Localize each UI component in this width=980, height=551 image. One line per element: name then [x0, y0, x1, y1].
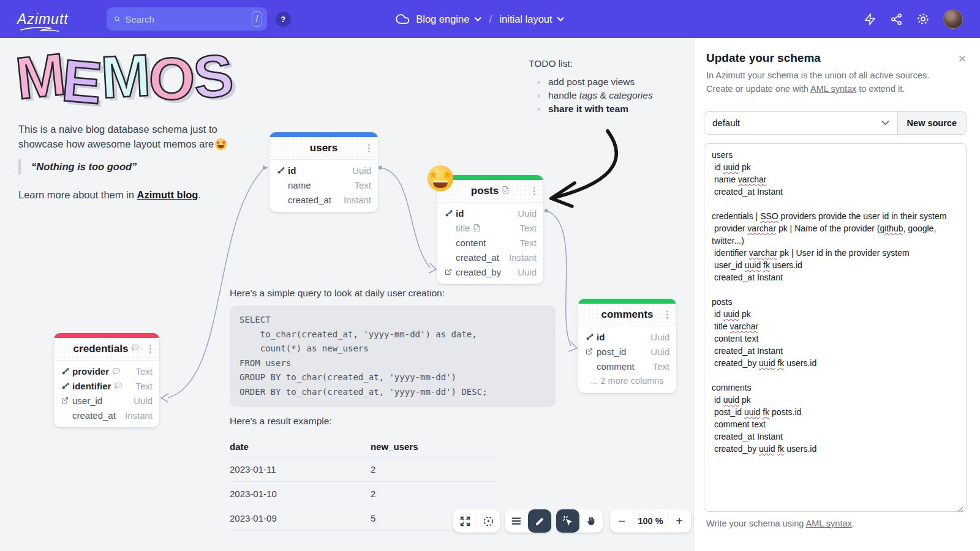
quick-actions-icon[interactable]	[864, 13, 876, 26]
intro-memo[interactable]: This is a naive blog database schema jus…	[18, 122, 252, 152]
logo-text: Azimutt	[17, 11, 69, 27]
column-type: Text	[135, 381, 153, 391]
column-row[interactable]: providerText	[54, 364, 159, 378]
select-mode-button[interactable]	[556, 509, 579, 533]
navbar: Azimutt / ? Blog engine / initial layout	[0, 0, 980, 38]
settings-gear-icon[interactable]	[916, 12, 930, 26]
query-memo[interactable]: Here's a simple query to look at daily u…	[230, 288, 560, 531]
column-name: provider	[72, 366, 109, 377]
fit-to-screen-button[interactable]	[453, 509, 477, 533]
table-accent-bar	[578, 299, 676, 304]
column-name: identifier	[72, 381, 111, 391]
aml-syntax-link[interactable]: AML syntax	[810, 84, 856, 94]
table-header[interactable]: posts⋮	[437, 180, 543, 203]
memo-title[interactable]: MEMOS	[16, 47, 233, 106]
chevron-down-icon	[474, 17, 481, 21]
zoom-level[interactable]: 100 %	[633, 509, 668, 533]
learn-more-memo[interactable]: Learn more about them in Azimutt blog.	[18, 189, 201, 201]
search-shortcut-key: /	[252, 11, 262, 27]
todo-item: add post page views	[548, 75, 653, 89]
table-name: credentials	[74, 343, 129, 355]
center-view-button[interactable]	[477, 509, 500, 533]
column-row[interactable]: identifierText	[54, 378, 159, 393]
column-row[interactable]: created_atInstant	[270, 192, 378, 207]
column-row[interactable]: contentText	[437, 235, 543, 250]
key-icon	[585, 333, 594, 341]
column-type: Instant	[125, 410, 153, 421]
memo-title-letter: M	[99, 45, 152, 107]
column-name: id	[288, 165, 296, 176]
column-name: name	[288, 180, 311, 190]
close-icon[interactable]: ✕	[958, 53, 967, 66]
zoom-out-button[interactable]: −	[610, 509, 633, 533]
table-card-credentials[interactable]: credentials⋮providerTextidentifierTextus…	[54, 333, 159, 427]
table-header[interactable]: users⋮	[270, 137, 378, 160]
bubble-icon	[114, 381, 123, 390]
table-card-comments[interactable]: comments⋮idUuidpost_idUuidcommentText...…	[578, 299, 676, 393]
column-type: Text	[135, 366, 153, 377]
column-type: Uuid	[518, 267, 537, 277]
column-row[interactable]: commentText	[578, 359, 676, 373]
table-menu-icon[interactable]: ⋮	[146, 343, 155, 354]
fk-icon	[61, 397, 69, 404]
column-type: Uuid	[650, 347, 669, 357]
result-row: 2023-01-102	[230, 482, 497, 506]
update-schema-panel: Update your schema ✕ In Azimutt your sch…	[693, 38, 980, 551]
table-card-posts[interactable]: posts⋮idUuidtitleTextcontentTextcreated_…	[437, 175, 543, 284]
column-row[interactable]: user_idUuid	[54, 393, 159, 408]
column-type: Text	[652, 361, 669, 372]
column-row[interactable]: titleText	[437, 220, 543, 235]
table-menu-icon[interactable]: ⋮	[530, 186, 539, 197]
help-icon[interactable]: ?	[276, 12, 291, 27]
memo-title-letter: S	[191, 45, 236, 107]
column-row[interactable]: created_byUuid	[437, 264, 543, 279]
column-row[interactable]: nameText	[270, 178, 378, 192]
table-name: posts	[471, 185, 499, 197]
hand-drawn-arrow	[551, 131, 616, 206]
star-struck-emoji[interactable]: ★★	[428, 165, 453, 191]
column-name: content	[456, 238, 486, 248]
diagram-canvas[interactable]: MEMOS This is a naive blog database sche…	[0, 38, 693, 551]
result-cell: 2	[371, 464, 375, 474]
new-source-button[interactable]: New source	[898, 111, 967, 135]
schema-editor[interactable]: users id uuid pk name varchar created_at…	[704, 143, 967, 512]
logo-swoosh-icon	[20, 26, 60, 32]
breadcrumb-separator: /	[489, 13, 492, 26]
column-type: Uuid	[650, 332, 669, 342]
azimutt-logo[interactable]: Azimutt	[17, 11, 69, 28]
search-bar[interactable]: /	[107, 7, 267, 31]
key-icon	[444, 209, 453, 217]
table-menu-icon[interactable]: ⋮	[663, 309, 672, 320]
azimutt-blog-link[interactable]: Azimutt blog	[137, 189, 198, 200]
quote-memo[interactable]: “Nothing is too good”	[18, 159, 137, 174]
query-intro-text: Here's a simple query to look at daily u…	[230, 288, 560, 299]
list-mode-button[interactable]	[505, 509, 528, 533]
search-input[interactable]	[125, 14, 247, 24]
pan-mode-button[interactable]	[579, 509, 603, 533]
column-row[interactable]: idUuid	[437, 206, 543, 220]
layout-selector[interactable]: initial layout	[499, 13, 564, 25]
table-header[interactable]: comments⋮	[578, 304, 676, 326]
zoom-in-button[interactable]: +	[668, 509, 691, 533]
table-card-users[interactable]: users⋮idUuidnameTextcreated_atInstant	[270, 132, 378, 212]
more-columns[interactable]: ... 2 more columns	[578, 373, 676, 388]
column-row[interactable]: idUuid	[578, 329, 676, 344]
column-row[interactable]: created_atInstant	[54, 408, 159, 422]
aml-syntax-footer-link[interactable]: AML syntax	[806, 519, 852, 528]
table-columns: idUuidtitleTextcontentTextcreated_atInst…	[437, 203, 543, 284]
column-row[interactable]: created_atInstant	[437, 250, 543, 264]
table-menu-icon[interactable]: ⋮	[364, 143, 374, 154]
todo-memo[interactable]: TODO list: add post page viewshandle tag…	[529, 58, 653, 116]
user-avatar[interactable]	[943, 9, 963, 29]
table-accent-bar	[270, 132, 378, 137]
column-row[interactable]: post_idUuid	[578, 344, 676, 359]
share-icon[interactable]	[890, 13, 903, 26]
todo-item: handle tags & categories	[548, 89, 653, 102]
draw-mode-button[interactable]	[528, 509, 551, 533]
sql-code-block: SELECT to_char(created_at, 'yyyy-mm-dd')…	[230, 305, 556, 407]
table-header[interactable]: credentials⋮	[54, 338, 159, 361]
layout-name: initial layout	[499, 13, 552, 25]
column-row[interactable]: idUuid	[270, 163, 378, 178]
source-select[interactable]: default	[704, 111, 898, 135]
project-selector[interactable]: Blog engine	[416, 13, 481, 25]
